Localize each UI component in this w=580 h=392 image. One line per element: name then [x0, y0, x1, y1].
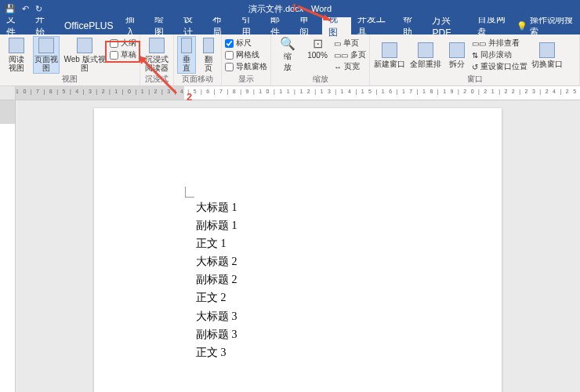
- page-area[interactable]: 大标题 1 副标题 1 正文 1 大标题 2 副标题 2 正文 2 大标题 3 …: [16, 100, 580, 392]
- tab-baidu-netdisk[interactable]: 百度网盘: [471, 17, 517, 34]
- document-page[interactable]: 大标题 1 副标题 1 正文 1 大标题 2 副标题 2 正文 2 大标题 3 …: [94, 108, 502, 392]
- zoom-button[interactable]: 🔍缩 放: [274, 36, 301, 73]
- new-window-button[interactable]: 新建窗口: [373, 36, 406, 74]
- gridlines-checkbox-row[interactable]: 网格线: [225, 49, 267, 60]
- group-label-zoom: 缩放: [274, 74, 366, 85]
- group-label-window: 窗口: [373, 74, 576, 85]
- doc-line[interactable]: 大标题 2: [196, 252, 502, 270]
- tab-mailings[interactable]: 邮件: [264, 17, 293, 34]
- vertical-icon: [181, 38, 192, 53]
- tab-home[interactable]: 开始: [29, 17, 58, 34]
- sync-scroll-button[interactable]: ⇅同步滚动: [472, 49, 527, 60]
- tab-help[interactable]: 帮助: [397, 17, 426, 34]
- multi-page-button[interactable]: ▭▭多页: [334, 49, 366, 60]
- flip-icon: [203, 38, 214, 53]
- view-side-by-side-button[interactable]: ▭▭并排查看: [472, 38, 527, 49]
- tab-insert[interactable]: 插入: [119, 17, 148, 34]
- save-icon[interactable]: 💾: [5, 4, 16, 14]
- navpane-checkbox-row[interactable]: 导航窗格: [225, 61, 267, 72]
- title-bar: 💾 ↶ ↻ 演示文件.docx - Word: [0, 0, 580, 17]
- cursor-indicator: [185, 187, 194, 198]
- group-zoom: 🔍缩 放 ⊡100% ▭单页 ▭▭多页 ↔页宽 缩放: [271, 34, 370, 85]
- undo-icon[interactable]: ↶: [22, 4, 29, 14]
- tab-officeplus[interactable]: OfficePLUS: [58, 17, 119, 34]
- ruler-corner: [0, 86, 16, 100]
- doc-line[interactable]: 大标题 3: [196, 307, 502, 325]
- zoom-icon: 🔍: [280, 36, 295, 51]
- tab-developer[interactable]: 开发工具: [351, 17, 397, 34]
- group-label-show: 显示: [225, 74, 267, 85]
- doc-line[interactable]: 正文 3: [196, 343, 502, 361]
- page-width-button[interactable]: ↔页宽: [334, 61, 366, 72]
- reset-window-button[interactable]: ↺重设窗口位置: [472, 61, 527, 72]
- ribbon-tabs: 文件 开始 OfficePLUS 插入 绘图 设计 布局 引用 邮件 审阅 视图…: [0, 17, 580, 34]
- group-window: 新建窗口 全部重排 拆分 ▭▭并排查看 ⇅同步滚动 ↺重设窗口位置 切换窗口 窗…: [370, 34, 580, 85]
- doc-line[interactable]: 正文 2: [196, 289, 502, 307]
- tab-layout[interactable]: 布局: [206, 17, 235, 34]
- annotation-arrow-1: [296, 5, 335, 24]
- switch-icon: [539, 42, 555, 58]
- annotation-arrow-2: [133, 50, 180, 97]
- ruler-row: 10|7|8|5|4|3|2|1|0|1|2|3|4|5|6|7|8|9|10|…: [0, 86, 580, 100]
- ruler-checkbox[interactable]: [225, 39, 234, 48]
- read-icon: [9, 38, 24, 53]
- switch-windows-button[interactable]: 切换窗口: [531, 36, 564, 74]
- doc-line[interactable]: 正文 1: [196, 234, 502, 252]
- svg-line-2: [140, 56, 176, 93]
- group-label-pagemove: 页面移动: [177, 74, 218, 85]
- tab-file[interactable]: 文件: [0, 17, 29, 34]
- print-layout-icon: [38, 38, 54, 53]
- hundred-icon: ⊡: [313, 36, 323, 51]
- doc-line[interactable]: 副标题 3: [196, 325, 502, 343]
- side-to-side-button[interactable]: 翻 页: [199, 36, 218, 74]
- group-page-movement: 垂 直 翻 页 页面移动: [174, 34, 222, 85]
- web-layout-button[interactable]: Web 版式视图: [63, 36, 107, 74]
- horizontal-ruler[interactable]: 10|7|8|5|4|3|2|1|0|1|2|3|4|5|6|7|8|9|10|…: [16, 86, 580, 100]
- tab-wanxing-pdf[interactable]: 万兴PDF: [426, 17, 471, 34]
- bulb-icon: 💡: [517, 21, 527, 31]
- read-mode-button[interactable]: 阅读 视图: [3, 36, 30, 74]
- gridlines-checkbox[interactable]: [225, 51, 234, 60]
- tab-design[interactable]: 设计: [177, 17, 206, 34]
- annotation-number-2: 2: [187, 91, 192, 103]
- arrange-icon: [418, 42, 433, 58]
- group-show: 标尺 网格线 导航窗格 显示: [222, 34, 271, 85]
- workspace: 大标题 1 副标题 1 正文 1 大标题 2 副标题 2 正文 2 大标题 3 …: [0, 100, 580, 392]
- new-window-icon: [382, 42, 397, 58]
- ruler-checkbox-row[interactable]: 标尺: [225, 38, 267, 49]
- quick-access-toolbar: 💾 ↶ ↻: [0, 4, 42, 14]
- one-page-button[interactable]: ▭单页: [334, 38, 366, 49]
- zoom-100-button[interactable]: ⊡100%: [304, 36, 331, 60]
- group-label-views: 视图: [3, 74, 136, 85]
- doc-line[interactable]: 副标题 2: [196, 270, 502, 289]
- svg-marker-1: [323, 14, 331, 20]
- tab-draw[interactable]: 绘图: [148, 17, 177, 34]
- navpane-checkbox[interactable]: [225, 63, 234, 71]
- ribbon: 阅读 视图 页面视图 Web 版式视图 大纲 草稿 视图 沉浸式 阅读器 沉浸式…: [0, 34, 580, 86]
- split-icon: [449, 42, 465, 58]
- tab-references[interactable]: 引用: [235, 17, 264, 34]
- vertical-ruler[interactable]: [0, 100, 16, 392]
- arrange-all-button[interactable]: 全部重排: [409, 36, 442, 74]
- doc-line[interactable]: 副标题 1: [196, 216, 502, 234]
- doc-line[interactable]: 大标题 1: [196, 198, 502, 216]
- web-layout-icon: [77, 38, 92, 53]
- redo-icon[interactable]: ↻: [35, 4, 42, 14]
- split-button[interactable]: 拆分: [445, 36, 469, 74]
- print-layout-button[interactable]: 页面视图: [33, 36, 60, 74]
